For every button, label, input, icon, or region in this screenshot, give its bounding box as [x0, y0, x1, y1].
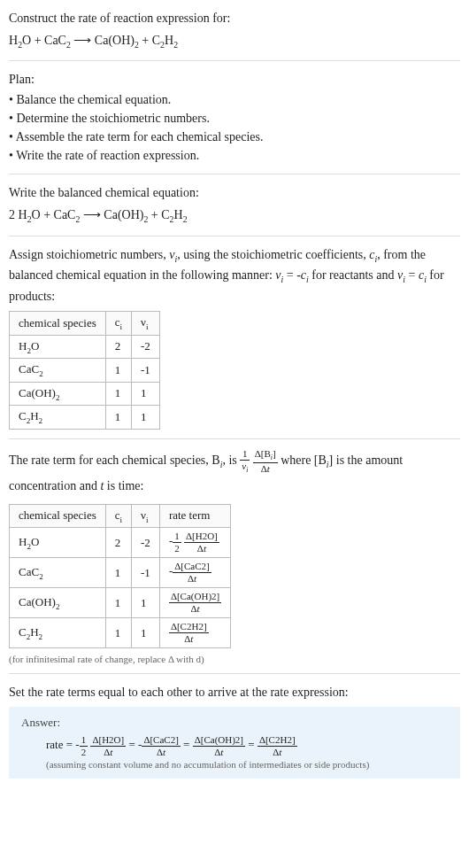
divider	[9, 60, 460, 61]
plan-item: Determine the stoichiometric numbers.	[9, 109, 460, 128]
cell: -1	[132, 558, 160, 588]
set-equal-section: Set the rate terms equal to each other t…	[9, 683, 460, 701]
answer-label: Answer:	[21, 716, 448, 730]
plan-list: Balance the chemical equation. Determine…	[9, 90, 460, 165]
cell: CaC2	[10, 558, 106, 588]
table-row: H2O 2 -2	[10, 335, 160, 359]
answer-box: Answer: rate = -12 Δ[H2O]Δt = -Δ[CaC2]Δt…	[9, 707, 460, 779]
cell: 2	[105, 528, 131, 558]
divider	[9, 673, 460, 674]
col-header: chemical species	[10, 311, 106, 335]
cell: 1	[132, 588, 160, 618]
stoich-text: Assign stoichiometric numbers, νi, using…	[9, 245, 460, 306]
cell: Δ[C2H2]Δt	[159, 618, 230, 648]
col-header: chemical species	[10, 504, 106, 528]
table-header-row: chemical species ci νi rate term	[10, 504, 231, 528]
plan-item: Balance the chemical equation.	[9, 90, 460, 109]
col-header: νi	[132, 504, 160, 528]
cell: 2	[105, 335, 131, 359]
cell: Ca(OH)2	[10, 588, 106, 618]
table-row: CaC2 1 -1	[10, 359, 160, 383]
cell: 1	[132, 406, 160, 430]
table-row: Ca(OH)2 1 1	[10, 382, 160, 406]
rate-term-table: chemical species ci νi rate term H2O 2 -…	[9, 504, 231, 649]
table-row: CaC2 1 -1 -Δ[CaC2]Δt	[10, 558, 231, 588]
balanced-section: Write the balanced chemical equation: 2 …	[9, 183, 460, 226]
stoich-table: chemical species ci νi H2O 2 -2 CaC2 1 -…	[9, 311, 160, 430]
cell: 1	[105, 618, 131, 648]
cell: CaC2	[10, 359, 106, 383]
answer-equation: rate = -12 Δ[H2O]Δt = -Δ[CaC2]Δt = Δ[Ca(…	[46, 733, 448, 757]
balanced-equation: 2 H2O + CaC2 ⟶ Ca(OH)2 + C2H2	[9, 205, 460, 226]
plan-item: Assemble the rate term for each chemical…	[9, 128, 460, 146]
col-header: rate term	[159, 504, 230, 528]
cell: -2	[132, 528, 160, 558]
stoich-section: Assign stoichiometric numbers, νi, using…	[9, 245, 460, 430]
cell: Δ[Ca(OH)2]Δt	[159, 588, 230, 618]
table-row: Ca(OH)2 1 1 Δ[Ca(OH)2]Δt	[10, 588, 231, 618]
rate-term-section: The rate term for each chemical species,…	[9, 448, 460, 664]
assumption-note: (assuming constant volume and no accumul…	[46, 759, 448, 770]
cell: 1	[132, 382, 160, 406]
col-header: ci	[105, 504, 131, 528]
table-row: H2O 2 -2 -12 Δ[H2O]Δt	[10, 528, 231, 558]
unbalanced-equation: H2O + CaC2 ⟶ Ca(OH)2 + C2H2	[9, 31, 460, 51]
cell: -2	[132, 335, 160, 359]
cell: -Δ[CaC2]Δt	[159, 558, 230, 588]
cell: -1	[132, 359, 160, 383]
cell: H2O	[10, 335, 106, 359]
plan-label: Plan:	[9, 70, 460, 89]
title-section: Construct the rate of reaction expressio…	[9, 9, 460, 51]
divider	[9, 236, 460, 236]
cell: 1	[105, 588, 131, 618]
divider	[9, 438, 460, 439]
plan-item: Write the rate of reaction expression.	[9, 146, 460, 165]
infinitesimal-note: (for infinitesimal rate of change, repla…	[9, 654, 460, 664]
cell: 1	[105, 558, 131, 588]
cell: 1	[105, 359, 131, 383]
cell: C2H2	[10, 618, 106, 648]
set-equal-text: Set the rate terms equal to each other t…	[9, 683, 460, 701]
rate-term-text: The rate term for each chemical species,…	[9, 448, 460, 499]
cell: C2H2	[10, 406, 106, 430]
plan-section: Plan: Balance the chemical equation. Det…	[9, 70, 460, 165]
table-row: C2H2 1 1 Δ[C2H2]Δt	[10, 618, 231, 648]
cell: H2O	[10, 528, 106, 558]
title-text: Construct the rate of reaction expressio…	[9, 9, 460, 27]
table-header-row: chemical species ci νi	[10, 311, 160, 335]
cell: Ca(OH)2	[10, 382, 106, 406]
cell: -12 Δ[H2O]Δt	[159, 528, 230, 558]
cell: 1	[105, 406, 131, 430]
table-row: C2H2 1 1	[10, 406, 160, 430]
col-header: ci	[105, 311, 131, 335]
col-header: νi	[132, 311, 160, 335]
balanced-label: Write the balanced chemical equation:	[9, 183, 460, 202]
divider	[9, 174, 460, 174]
page-container: Construct the rate of reaction expressio…	[0, 0, 469, 786]
cell: 1	[132, 618, 160, 648]
cell: 1	[105, 382, 131, 406]
